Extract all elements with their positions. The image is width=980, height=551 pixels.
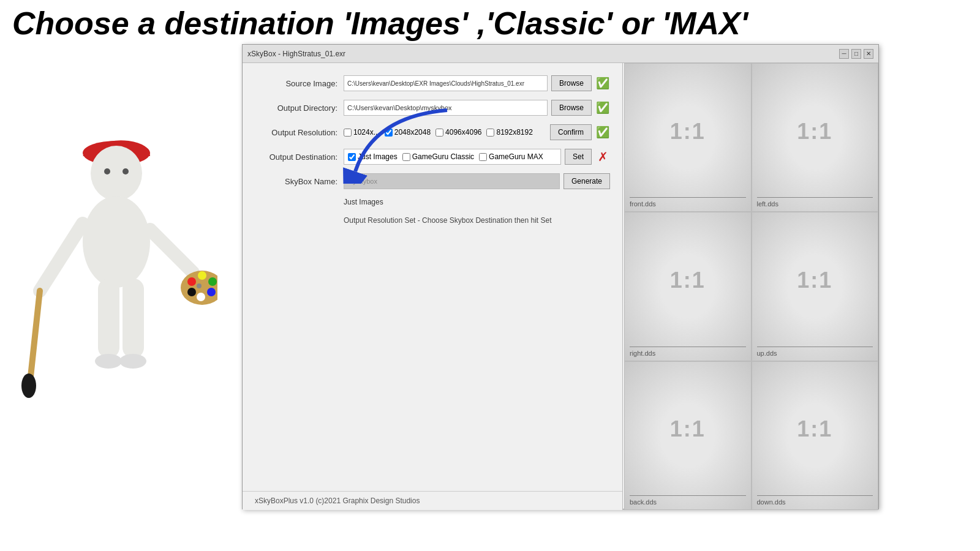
preview-up-label: up.dds xyxy=(757,350,777,357)
skybox-name-label: SkyBox Name: xyxy=(255,177,344,186)
preview-front-line xyxy=(630,197,746,198)
preview-right-line xyxy=(630,347,746,347)
preview-panel: 1:1 front.dds 1:1 left.dds 1:1 right.dds… xyxy=(624,63,878,510)
close-button[interactable]: ✕ xyxy=(864,49,873,59)
output-dest-row: Output Destination: Just Images GameGuru… xyxy=(255,149,610,165)
preview-left: 1:1 left.dds xyxy=(752,63,879,212)
dest-option-classic[interactable]: GameGuru Classic xyxy=(402,152,474,161)
svg-rect-17 xyxy=(98,279,119,358)
svg-rect-18 xyxy=(123,279,144,358)
preview-down-label: down.dds xyxy=(757,498,786,506)
preview-up: 1:1 up.dds xyxy=(752,212,879,361)
destination-options: Just Images GameGuru Classic GameGuru MA… xyxy=(344,149,561,165)
svg-point-19 xyxy=(95,354,122,369)
svg-point-1 xyxy=(91,146,142,201)
source-image-input[interactable] xyxy=(344,75,548,91)
svg-point-4 xyxy=(83,196,150,288)
output-dir-input[interactable] xyxy=(344,100,548,116)
output-dest-label: Output Destination: xyxy=(255,152,344,162)
preview-right: 1:1 right.dds xyxy=(624,212,752,361)
dest-checkbox-max[interactable] xyxy=(479,153,487,161)
panel-divider xyxy=(622,63,623,510)
preview-down: 1:1 down.dds xyxy=(752,361,879,510)
form-panel: Source Image: Browse ✅ Output Directory:… xyxy=(243,63,622,510)
painter-figure-area xyxy=(0,43,239,551)
preview-front-label: front.dds xyxy=(630,200,656,208)
output-dir-status-icon: ✅ xyxy=(595,101,610,114)
svg-point-16 xyxy=(197,283,202,288)
window-controls: ─ □ ✕ xyxy=(839,49,873,59)
preview-front-ratio: 1:1 xyxy=(670,119,706,144)
preview-up-line xyxy=(757,347,873,347)
preview-down-line xyxy=(757,495,873,496)
res-checkbox-4096[interactable] xyxy=(435,129,443,137)
res-option-1024[interactable]: 1024x... xyxy=(344,128,380,137)
dest-option-images[interactable]: Just Images xyxy=(348,152,398,161)
window-title: xSkyBox - HighStratus_01.exr xyxy=(247,50,345,58)
svg-point-12 xyxy=(208,277,217,286)
page-title: Choose a destination 'Images' ,'Classic'… xyxy=(0,0,980,47)
output-dir-label: Output Directory: xyxy=(255,103,344,113)
dest-option-max[interactable]: GameGuru MAX xyxy=(479,152,543,161)
preview-left-label: left.dds xyxy=(757,200,778,208)
preview-back-label: back.dds xyxy=(630,498,657,506)
source-browse-button[interactable]: Browse xyxy=(551,75,592,91)
svg-point-20 xyxy=(119,354,146,369)
preview-left-ratio: 1:1 xyxy=(797,119,832,144)
output-dir-browse-button[interactable]: Browse xyxy=(551,100,592,116)
source-status-icon: ✅ xyxy=(595,77,610,90)
output-res-row: Output Resolution: 1024x... 2048x2048 40… xyxy=(255,124,610,140)
svg-point-7 xyxy=(21,373,36,398)
res-checkbox-2048[interactable] xyxy=(385,129,393,137)
svg-point-13 xyxy=(207,288,216,296)
preview-down-ratio: 1:1 xyxy=(797,416,832,442)
res-option-8192[interactable]: 8192x8192 xyxy=(486,128,532,137)
dest-checkbox-images[interactable] xyxy=(348,153,356,161)
confirm-button[interactable]: Confirm xyxy=(550,124,592,140)
svg-point-2 xyxy=(104,168,110,174)
source-image-label: Source Image: xyxy=(255,79,344,88)
svg-point-14 xyxy=(197,293,205,301)
svg-line-8 xyxy=(150,230,193,272)
res-option-2048[interactable]: 2048x2048 xyxy=(385,128,431,137)
preview-left-line xyxy=(757,197,873,198)
res-checkbox-8192[interactable] xyxy=(486,129,494,137)
app-window: xSkyBox - HighStratus_01.exr ─ □ ✕ Sourc… xyxy=(242,44,879,509)
preview-back: 1:1 back.dds xyxy=(624,361,752,510)
source-image-row: Source Image: Browse ✅ xyxy=(255,75,610,91)
res-option-4096[interactable]: 4096x4096 xyxy=(435,128,481,137)
svg-point-15 xyxy=(187,288,196,296)
title-bar: xSkyBox - HighStratus_01.exr ─ □ ✕ xyxy=(243,45,878,63)
app-footer: xSkyBoxPlus v1.0 (c)2021 Graphix Design … xyxy=(243,491,622,510)
preview-right-label: right.dds xyxy=(630,350,655,357)
preview-up-ratio: 1:1 xyxy=(797,268,832,293)
resolution-options: 1024x... 2048x2048 4096x4096 8192x8192 xyxy=(344,128,546,137)
res-status-icon: ✅ xyxy=(595,126,610,139)
preview-back-line xyxy=(630,495,746,496)
res-checkbox-1024[interactable] xyxy=(344,129,352,137)
set-button[interactable]: Set xyxy=(565,149,592,165)
maximize-button[interactable]: □ xyxy=(851,49,861,59)
preview-front: 1:1 front.dds xyxy=(624,63,752,212)
svg-point-11 xyxy=(198,271,206,280)
skybox-sub-label: Just Images xyxy=(344,198,610,206)
output-dir-row: Output Directory: Browse ✅ xyxy=(255,100,610,116)
output-res-label: Output Resolution: xyxy=(255,128,344,137)
svg-line-6 xyxy=(31,291,40,377)
preview-back-ratio: 1:1 xyxy=(670,416,706,442)
skybox-name-row: SkyBox Name: Generate xyxy=(255,173,610,189)
svg-point-3 xyxy=(123,168,129,174)
svg-line-5 xyxy=(40,223,83,291)
status-message: Output Resolution Set - Choose Skybox De… xyxy=(344,216,610,225)
preview-right-ratio: 1:1 xyxy=(670,268,706,293)
generate-button[interactable]: Generate xyxy=(564,173,610,189)
dest-status-icon: ✗ xyxy=(595,149,610,164)
dest-checkbox-classic[interactable] xyxy=(402,153,410,161)
svg-point-10 xyxy=(187,277,196,286)
skybox-name-input[interactable] xyxy=(344,173,560,189)
minimize-button[interactable]: ─ xyxy=(839,49,849,59)
